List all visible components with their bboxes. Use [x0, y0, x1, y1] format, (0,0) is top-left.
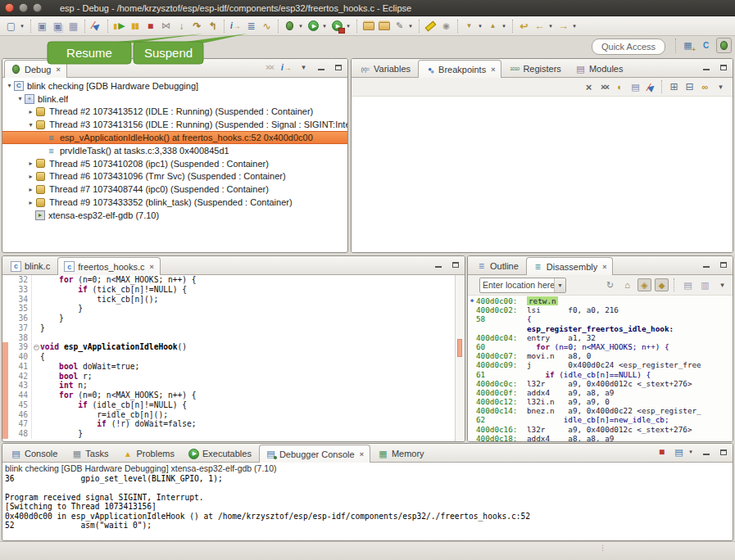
debug-tree-item[interactable]: ▸Thread #6 1073431096 (Tmr Svc) (Suspend… — [2, 170, 347, 183]
show-stackframes-icon[interactable] — [243, 18, 259, 34]
skip-all-breakpoints-icon[interactable] — [644, 80, 658, 93]
open-perspective-icon[interactable] — [680, 38, 696, 53]
location-combo[interactable]: Enter location here ▼ — [479, 278, 566, 293]
remove-all-breakpoints-icon[interactable] — [597, 80, 611, 93]
use-step-filters-icon[interactable] — [259, 18, 274, 34]
instruction-stepping-icon[interactable] — [279, 61, 293, 74]
debug-tree-item[interactable]: esp_vApplicationIdleHook() at freertos_h… — [2, 131, 347, 144]
show-breakpoints-for-selection-icon[interactable] — [613, 80, 627, 93]
overview-range-marker[interactable] — [457, 339, 462, 357]
save-all-icon[interactable] — [50, 18, 66, 34]
launch-icon[interactable] — [392, 18, 407, 34]
location-dropdown-button[interactable]: ▼ — [554, 278, 565, 292]
save-icon[interactable] — [34, 18, 50, 34]
debug-perspective-icon[interactable] — [716, 38, 732, 53]
previous-annotation-icon[interactable] — [485, 18, 501, 34]
tab-problems[interactable]: Problems — [116, 445, 180, 462]
run-icon[interactable] — [306, 18, 321, 34]
sync-selection-icon[interactable] — [655, 278, 669, 291]
dropdown-arrow-icon[interactable]: ▾ — [321, 23, 328, 29]
dropdown-arrow-icon[interactable]: ▾ — [345, 23, 352, 29]
expander-icon[interactable]: ▸ — [26, 160, 35, 167]
minimize-icon[interactable] — [699, 258, 713, 271]
maximize-icon[interactable] — [716, 445, 730, 458]
tab-outline[interactable]: Outline — [470, 257, 525, 274]
resume-icon[interactable] — [111, 18, 127, 34]
debug-tree-item[interactable]: ▸Thread #2 1073413512 (IDLE : Running) (… — [2, 106, 347, 119]
terminate-icon[interactable] — [655, 445, 669, 458]
save-as-icon[interactable] — [66, 18, 81, 34]
dropdown-arrow-icon[interactable]: ▾ — [501, 23, 507, 29]
minimize-icon[interactable] — [699, 61, 713, 74]
expander-icon[interactable]: ▸ — [26, 186, 35, 193]
expander-icon[interactable]: ▸ — [26, 108, 35, 115]
tab-disassembly[interactable]: Disassembly× — [526, 257, 614, 275]
window-close-button[interactable] — [5, 3, 14, 12]
link-with-debug-icon[interactable] — [698, 80, 712, 93]
dropdown-arrow-icon[interactable]: ▾ — [19, 23, 25, 29]
expander-icon[interactable]: ▸ — [26, 173, 35, 180]
tab-debugger-console[interactable]: Debugger Console× — [259, 445, 370, 463]
view-menu-icon[interactable] — [715, 278, 729, 291]
external-tools-icon[interactable] — [329, 18, 345, 34]
close-icon[interactable]: × — [360, 450, 364, 458]
last-edit-location-icon[interactable] — [516, 18, 532, 34]
debug-tree-item[interactable]: ▾Thread #3 1073413156 (IDLE : Running) (… — [2, 118, 347, 131]
minimize-icon[interactable] — [314, 61, 328, 74]
tab-debug[interactable]: Debug× — [4, 60, 67, 78]
location-input[interactable]: Enter location here — [480, 280, 554, 290]
open-element-icon[interactable] — [361, 18, 376, 34]
dropdown-arrow-icon[interactable]: ▾ — [407, 23, 414, 29]
suspend-icon[interactable] — [127, 18, 143, 34]
remove-all-terminated-icon[interactable] — [262, 61, 276, 74]
instruction-stepping-icon[interactable] — [228, 18, 243, 34]
expander-icon[interactable]: ▾ — [16, 95, 25, 102]
cpp-perspective-icon[interactable] — [698, 38, 714, 53]
collapse-all-icon[interactable] — [683, 80, 696, 93]
step-into-icon[interactable] — [174, 18, 189, 34]
skip-all-breakpoints-icon[interactable] — [88, 18, 104, 34]
maximize-icon[interactable] — [716, 258, 730, 271]
maximize-icon[interactable] — [331, 61, 345, 74]
debug-icon[interactable] — [282, 18, 297, 34]
close-icon[interactable]: × — [602, 263, 606, 271]
maximize-icon[interactable] — [448, 258, 462, 271]
new-view-icon[interactable] — [681, 278, 695, 291]
step-over-icon[interactable] — [189, 18, 205, 34]
view-menu-icon[interactable] — [297, 61, 311, 74]
sash-grip[interactable]: ⋮ — [599, 544, 607, 552]
dropdown-arrow-icon[interactable]: ▾ — [297, 23, 304, 29]
dropdown-arrow-icon[interactable]: ▾ — [571, 23, 578, 29]
next-annotation-icon[interactable] — [461, 18, 477, 34]
close-icon[interactable]: × — [150, 263, 154, 271]
close-icon[interactable]: × — [491, 65, 495, 74]
tab-blink-c[interactable]: blink.c — [4, 257, 57, 274]
expand-all-icon[interactable] — [667, 80, 681, 93]
editor-content[interactable]: 32 for (n=0; n<MAX_HOOKS; n++) {33 if (t… — [2, 275, 465, 439]
tab-variables[interactable]: Variables — [353, 60, 417, 77]
quick-access-button[interactable]: Quick Access — [592, 38, 665, 55]
fold-marker-icon[interactable]: − — [34, 345, 39, 350]
window-maximize-button[interactable] — [33, 3, 42, 12]
debug-tree-item[interactable]: ▾blink.elf — [2, 93, 347, 106]
close-icon[interactable]: × — [56, 65, 60, 74]
disassembly-content[interactable]: ◆400d0c00:retw.n400d0c02:lsi f0, a0, 216… — [468, 296, 733, 442]
debug-tree-item[interactable]: xtensa-esp32-elf-gdb (7.10) — [2, 209, 347, 222]
goto-file-for-breakpoint-icon[interactable] — [628, 80, 642, 93]
disconnect-icon[interactable] — [158, 18, 174, 34]
tab-executables[interactable]: Executables — [182, 445, 258, 462]
terminate-icon[interactable] — [143, 18, 158, 34]
expander-icon[interactable]: ▸ — [26, 199, 35, 206]
minimize-icon[interactable] — [699, 445, 713, 458]
home-icon[interactable] — [620, 278, 634, 291]
back-icon[interactable] — [532, 18, 547, 34]
mark-occurrences-icon[interactable] — [438, 18, 454, 34]
refresh-icon[interactable] — [603, 278, 617, 291]
forward-icon[interactable] — [556, 18, 571, 34]
expander-icon[interactable]: ▾ — [5, 82, 14, 89]
debug-tree-item[interactable]: ▸Thread #7 1073408744 (ipc0) (Suspended … — [2, 183, 347, 196]
debug-tree-item[interactable]: prvIdleTask() at tasks.c:3,338 0x400845d… — [2, 144, 347, 157]
view-menu-icon[interactable] — [714, 80, 728, 93]
track-expression-icon[interactable] — [637, 278, 651, 291]
debug-tree-item[interactable]: ▸Thread #5 1073410208 (ipc1) (Suspended … — [2, 157, 347, 170]
